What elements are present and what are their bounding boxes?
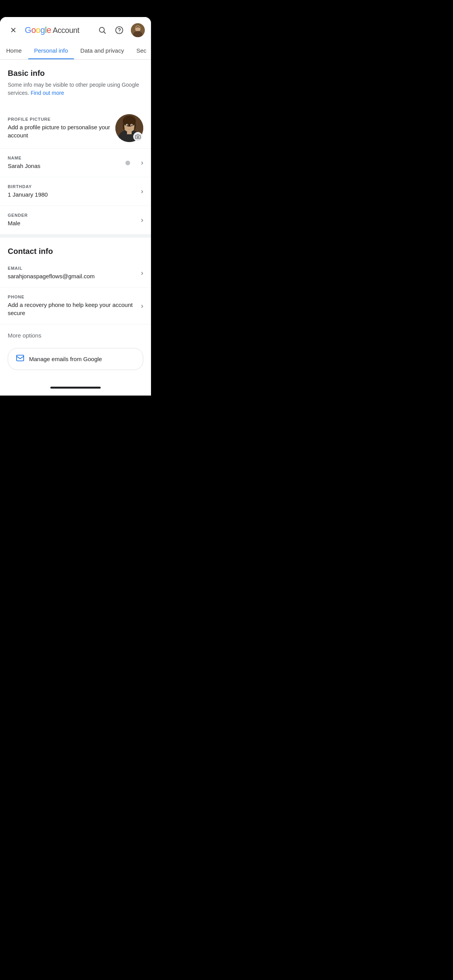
name-chevron-icon: › (141, 159, 143, 167)
status-bar (0, 0, 151, 17)
birthday-row[interactable]: BIRTHDAY 1 January 1980 › (0, 177, 151, 206)
profile-pic-value: Add a profile picture to personalise you… (8, 123, 115, 139)
header: ✕ Google Account (0, 17, 151, 42)
svg-rect-20 (17, 355, 24, 361)
user-avatar-header[interactable] (131, 23, 145, 37)
account-label: Account (53, 26, 79, 35)
more-options[interactable]: More options (0, 324, 151, 342)
close-icon: ✕ (10, 26, 17, 35)
birthday-label: BIRTHDAY (8, 184, 136, 189)
basic-info-section: Basic info Some info may be visible to o… (0, 60, 151, 108)
svg-point-18 (131, 125, 133, 126)
birthday-chevron-icon: › (141, 187, 143, 195)
phone-chevron-icon: › (141, 302, 143, 310)
name-value: Sarah Jonas (8, 162, 119, 170)
email-value: sarahjonaspageflows@gmail.com (8, 272, 136, 280)
tab-home[interactable]: Home (0, 42, 28, 59)
svg-point-17 (127, 125, 128, 126)
name-label: NAME (8, 156, 119, 160)
svg-point-19 (137, 136, 139, 138)
find-out-more-link[interactable]: Find out more (31, 90, 64, 96)
nav-tabs: Home Personal info Data and privacy Sec (0, 42, 151, 60)
svg-point-14 (123, 116, 136, 127)
email-envelope-icon (16, 354, 24, 364)
tab-personal-info[interactable]: Personal info (28, 42, 74, 59)
profile-pic-label: PROFILE PICTURE (8, 117, 115, 122)
gender-label: GENDER (8, 213, 136, 218)
email-label: EMAIL (8, 266, 136, 271)
svg-line-1 (104, 32, 105, 33)
profile-picture-row[interactable]: PROFILE PICTURE Add a profile picture to… (0, 108, 151, 149)
gender-chevron-icon: › (141, 216, 143, 224)
search-button[interactable] (97, 25, 108, 36)
name-row[interactable]: NAME Sarah Jonas › (0, 149, 151, 177)
gender-row[interactable]: GENDER Male › (0, 206, 151, 235)
phone-value: Add a recovery phone to help keep your a… (8, 301, 136, 317)
contact-info-section: Contact info (0, 238, 151, 256)
app-sheet: ✕ Google Account (0, 17, 151, 396)
email-chevron-icon: › (141, 269, 143, 277)
basic-info-desc-text: Some info may be visible to other people… (8, 82, 139, 96)
svg-point-0 (100, 27, 105, 33)
phone-row[interactable]: PHONE Add a recovery phone to help keep … (0, 288, 151, 324)
section-divider (0, 235, 151, 238)
profile-avatar-container[interactable] (115, 114, 143, 142)
home-indicator (0, 382, 151, 396)
close-button[interactable]: ✕ (6, 23, 20, 37)
header-icons (97, 23, 145, 37)
tab-security[interactable]: Sec (130, 42, 151, 59)
main-content: Basic info Some info may be visible to o… (0, 60, 151, 370)
birthday-content: BIRTHDAY 1 January 1980 (8, 184, 136, 199)
birthday-value: 1 January 1980 (8, 190, 136, 199)
basic-info-description: Some info may be visible to other people… (8, 81, 143, 97)
tab-data-privacy[interactable]: Data and privacy (74, 42, 130, 59)
gender-content: GENDER Male (8, 213, 136, 227)
camera-badge (133, 132, 142, 141)
phone-label: PHONE (8, 295, 136, 299)
manage-emails-label: Manage emails from Google (29, 356, 102, 362)
email-content: EMAIL sarahjonaspageflows@gmail.com (8, 266, 136, 280)
home-bar (50, 387, 101, 389)
profile-pic-info: PROFILE PICTURE Add a profile picture to… (8, 117, 115, 139)
phone-content: PHONE Add a recovery phone to help keep … (8, 295, 136, 317)
contact-info-title: Contact info (8, 247, 143, 256)
basic-info-title: Basic info (8, 69, 143, 78)
google-logo: Google Account (25, 25, 79, 35)
email-row[interactable]: EMAIL sarahjonaspageflows@gmail.com › (0, 259, 151, 288)
name-content: NAME Sarah Jonas (8, 156, 119, 170)
help-button[interactable] (114, 25, 125, 36)
avatar-image (131, 23, 145, 37)
name-dot-indicator (125, 161, 130, 165)
gender-value: Male (8, 219, 136, 227)
manage-emails-button[interactable]: Manage emails from Google (8, 348, 143, 370)
